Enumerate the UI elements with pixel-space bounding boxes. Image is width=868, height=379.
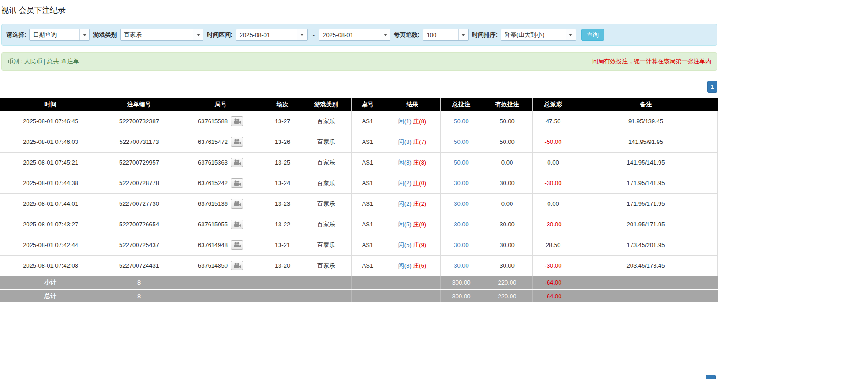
- cell-total-bet: 30.00: [441, 173, 482, 193]
- result-banker: 庄(0): [413, 180, 426, 187]
- table-row: 2025-08-01 07:45:21 522700729957 6376153…: [0, 152, 718, 173]
- date-from-input[interactable]: [236, 29, 297, 40]
- video-replay-button[interactable]: [231, 199, 243, 209]
- result-banker: 庄(8): [413, 159, 426, 166]
- cell-remark: 171.95/141.95: [574, 173, 718, 193]
- video-camera-icon: [234, 118, 241, 124]
- video-replay-button[interactable]: [231, 240, 243, 250]
- cell-valid-bet: 30.00: [482, 235, 533, 255]
- page-size-input[interactable]: [423, 29, 458, 40]
- total-bet-link[interactable]: 30.00: [454, 180, 469, 187]
- pagination-bottom: 1: [706, 375, 716, 379]
- cell-payout: -50.00: [533, 132, 574, 152]
- video-replay-button[interactable]: [231, 158, 243, 167]
- cell-time: 2025-08-01 07:46:45: [0, 111, 101, 132]
- round-id-text: 637614948: [198, 242, 228, 248]
- date-to-combobox[interactable]: [319, 29, 390, 41]
- video-replay-button[interactable]: [231, 178, 243, 188]
- table-row: 2025-08-01 07:44:01 522700727730 6376151…: [0, 193, 718, 214]
- total-bet-link[interactable]: 30.00: [454, 242, 469, 248]
- total-valid-bet: 220.00: [482, 289, 533, 302]
- subtotal-payout: -64.00: [533, 276, 574, 289]
- total-bet-link[interactable]: 30.00: [454, 262, 469, 269]
- result-player: 闲(5): [398, 221, 412, 228]
- cell-session: 13-22: [264, 214, 301, 235]
- table-header: 时间 注单编号 局号 场次 游戏类别 桌号 结果 总投注 有效投注 总派彩 备注: [0, 98, 718, 111]
- result-banker: 庄(6): [413, 262, 426, 269]
- total-total-bet: 300.00: [441, 289, 482, 302]
- header-table-no: 桌号: [352, 98, 384, 111]
- game-type-combobox[interactable]: [120, 29, 203, 41]
- total-bet-link[interactable]: 30.00: [454, 221, 469, 228]
- time-range-label: 时间区间:: [207, 31, 232, 39]
- date-range-separator: ~: [311, 32, 316, 38]
- sort-input[interactable]: [501, 29, 566, 40]
- cell-remark: 141.95/91.95: [574, 132, 718, 152]
- video-camera-icon: [234, 180, 241, 186]
- total-bet-link[interactable]: 30.00: [454, 200, 469, 207]
- video-camera-icon: [234, 159, 241, 165]
- cell-time: 2025-08-01 07:42:08: [0, 255, 101, 276]
- chevron-down-icon[interactable]: [297, 29, 307, 40]
- cell-session: 13-26: [264, 132, 301, 152]
- pagination-page-1[interactable]: 1: [707, 81, 717, 93]
- table-footer: 小计 8 300.00 220.00 -64.00 总计 8 300.00 22…: [0, 276, 718, 302]
- video-camera-icon: [234, 221, 241, 227]
- chevron-down-icon[interactable]: [566, 29, 576, 40]
- cell-payout: 0.00: [533, 193, 574, 214]
- cell-game-type: 百家乐: [301, 111, 352, 132]
- round-id-text: 637615588: [198, 118, 228, 125]
- date-query-combobox[interactable]: [29, 29, 90, 41]
- cell-time: 2025-08-01 07:45:21: [0, 152, 101, 173]
- video-replay-button[interactable]: [231, 137, 243, 147]
- date-query-input[interactable]: [30, 29, 79, 40]
- cell-total-bet: 30.00: [441, 255, 482, 276]
- bet-records-table: 时间 注单编号 局号 场次 游戏类别 桌号 结果 总投注 有效投注 总派彩 备注…: [0, 98, 718, 302]
- query-button[interactable]: 查询: [581, 29, 604, 41]
- currency-total-text: 币别 : 人民币 | 总共 :8 注单: [7, 57, 79, 66]
- total-bet-link[interactable]: 50.00: [454, 159, 469, 166]
- page-size-label: 每页笔数:: [394, 31, 419, 39]
- header-payout: 总派彩: [533, 98, 574, 111]
- game-type-input[interactable]: [121, 29, 193, 40]
- cell-payout: -30.00: [533, 173, 574, 193]
- cell-valid-bet: 50.00: [482, 111, 533, 132]
- cell-table-no: AS1: [352, 214, 384, 235]
- chevron-down-icon[interactable]: [193, 29, 203, 40]
- sort-combobox[interactable]: [501, 29, 576, 41]
- cell-result: 闲(8) 庄(7): [384, 132, 441, 152]
- chevron-down-icon[interactable]: [79, 29, 89, 40]
- cell-remark: 141.95/141.95: [574, 152, 718, 173]
- result-player: 闲(2): [398, 200, 412, 207]
- date-from-combobox[interactable]: [236, 29, 308, 41]
- video-replay-button[interactable]: [231, 116, 243, 126]
- header-remark: 备注: [574, 98, 718, 111]
- date-to-input[interactable]: [319, 29, 380, 40]
- cell-remark: 91.95/139.45: [574, 111, 718, 132]
- result-player: 闲(8): [398, 138, 412, 145]
- round-id-text: 637615242: [198, 180, 228, 187]
- pagination-page-1-bottom[interactable]: 1: [706, 375, 716, 379]
- chevron-down-icon[interactable]: [458, 29, 468, 40]
- total-bet-link[interactable]: 50.00: [454, 118, 469, 125]
- table-body: 2025-08-01 07:46:45 522700732387 6376155…: [0, 111, 718, 276]
- content: 请选择: 游戏类别 时间区间: ~ 每页笔数:: [1, 24, 717, 302]
- total-bet-link[interactable]: 50.00: [454, 138, 469, 145]
- video-replay-button[interactable]: [231, 261, 243, 270]
- video-camera-icon: [234, 242, 241, 248]
- page-size-combobox[interactable]: [423, 29, 469, 41]
- cell-remark: 171.95/171.95: [574, 193, 718, 214]
- cell-result: 闲(5) 庄(9): [384, 214, 441, 235]
- chevron-down-icon[interactable]: [380, 29, 390, 40]
- cell-total-bet: 50.00: [441, 152, 482, 173]
- cell-bet-id: 522700732387: [101, 111, 177, 132]
- cell-payout: -30.00: [533, 214, 574, 235]
- cell-time: 2025-08-01 07:46:03: [0, 132, 101, 152]
- video-replay-button[interactable]: [231, 220, 243, 229]
- cell-game-type: 百家乐: [301, 193, 352, 214]
- cell-session: 13-20: [264, 255, 301, 276]
- subtotal-valid-bet: 220.00: [482, 276, 533, 289]
- cell-session: 13-25: [264, 152, 301, 173]
- cell-table-no: AS1: [352, 255, 384, 276]
- header-time: 时间: [0, 98, 101, 111]
